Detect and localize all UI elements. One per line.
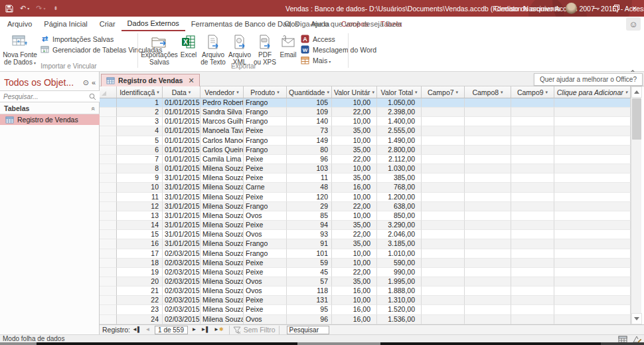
cell[interactable] (465, 98, 511, 108)
row-selector[interactable] (100, 146, 117, 155)
row-selector[interactable] (100, 230, 117, 239)
cell[interactable]: 1.536,00 (377, 315, 422, 324)
cell[interactable]: 35,00 (332, 277, 377, 287)
vertical-scrollbar[interactable] (631, 86, 641, 324)
column-dropdown-icon[interactable]: ▾ (546, 90, 548, 95)
cell[interactable] (554, 305, 631, 314)
cell[interactable] (511, 296, 554, 305)
cell[interactable]: Frango (244, 136, 287, 146)
column-header-campo8[interactable]: Campo8▾ (465, 86, 511, 98)
cell[interactable]: 6 (117, 146, 163, 155)
cell[interactable] (465, 305, 511, 314)
cell[interactable]: 02/03/2015 (163, 287, 201, 296)
cell[interactable]: Manoela Tavar (201, 126, 244, 136)
cell[interactable]: 57 (287, 277, 332, 287)
cell[interactable] (422, 146, 465, 155)
cell[interactable] (465, 315, 511, 324)
cell[interactable]: 31/01/2015 (163, 183, 201, 192)
cell[interactable]: 10,00 (332, 164, 377, 173)
cell[interactable]: Carlos Queiroz (201, 146, 244, 155)
cell[interactable]: Milena Souza (201, 287, 244, 296)
column-dropdown-icon[interactable]: ▾ (157, 90, 159, 95)
cell[interactable] (511, 146, 554, 155)
cell[interactable] (554, 183, 631, 192)
previous-record-button[interactable]: ◄ (145, 326, 151, 333)
cell[interactable] (554, 193, 631, 202)
cell[interactable] (554, 155, 631, 164)
cell[interactable]: 1.995,00 (377, 277, 422, 287)
cell[interactable] (511, 259, 554, 268)
cell[interactable]: 48 (287, 183, 332, 192)
cell[interactable]: 19 (117, 268, 163, 277)
select-all-cell[interactable] (100, 86, 117, 98)
cell[interactable]: 1.050,00 (377, 98, 422, 108)
cell[interactable]: Ovos (244, 287, 287, 296)
nav-pane-search[interactable]: Pesquisar... (0, 90, 100, 102)
cell[interactable]: 35,00 (332, 126, 377, 136)
cell[interactable] (422, 305, 465, 314)
cell[interactable] (422, 249, 465, 259)
cell[interactable]: 638,00 (377, 202, 422, 211)
user-avatar[interactable] (566, 3, 577, 14)
cell[interactable] (554, 108, 631, 117)
row-selector[interactable] (100, 296, 117, 305)
column-dropdown-icon[interactable]: ▾ (189, 90, 191, 95)
cell[interactable] (422, 221, 465, 230)
column-dropdown-icon[interactable]: ▾ (501, 90, 503, 95)
cell[interactable]: 80 (287, 146, 332, 155)
cell[interactable]: 85 (287, 211, 332, 221)
cell[interactable]: Milena Souza (201, 202, 244, 211)
cell[interactable]: Peixe (244, 296, 287, 305)
cell[interactable]: 93 (287, 230, 332, 239)
cell[interactable]: 16,00 (332, 315, 377, 324)
scrollbar-thumb[interactable] (632, 98, 641, 140)
cell[interactable] (465, 155, 511, 164)
cell[interactable]: 20 (117, 277, 163, 287)
cell[interactable]: Marcos Guilhe (201, 117, 244, 126)
cell[interactable] (511, 136, 554, 146)
cell[interactable] (422, 108, 465, 117)
cell[interactable] (465, 259, 511, 268)
column-dropdown-icon[interactable]: ▾ (372, 90, 375, 95)
cell[interactable]: 768,00 (377, 183, 422, 192)
cell[interactable]: Peixe (244, 164, 287, 173)
saved-imports-button[interactable]: ⇄ Importações Salvas (40, 34, 114, 44)
cell[interactable] (511, 221, 554, 230)
cell[interactable] (422, 211, 465, 221)
cell[interactable]: Frango (244, 249, 287, 259)
cell[interactable]: Peixe (244, 221, 287, 230)
cell[interactable]: 1.030,00 (377, 164, 422, 173)
cell[interactable] (465, 230, 511, 239)
row-selector[interactable] (100, 164, 117, 173)
close-tab-icon[interactable]: ✕ (188, 76, 194, 85)
row-selector[interactable] (100, 126, 117, 136)
cell[interactable]: 16,00 (332, 183, 377, 192)
cell[interactable]: Milena Souza (201, 183, 244, 192)
cell[interactable]: 31/01/2015 (163, 230, 201, 239)
design-view-icon[interactable] (633, 336, 641, 343)
cell[interactable] (554, 259, 631, 268)
cell[interactable] (554, 221, 631, 230)
cell[interactable] (511, 277, 554, 287)
cell[interactable] (554, 146, 631, 155)
cell[interactable]: Ovos (244, 315, 287, 324)
column-dropdown-icon[interactable]: ▾ (625, 90, 628, 95)
cell[interactable] (422, 126, 465, 136)
minimize-button[interactable] (586, 0, 605, 17)
feedback-smiley-button[interactable]: ☺ (626, 17, 641, 31)
cell[interactable]: 103 (287, 164, 332, 173)
tell-me-search[interactable]: Diga-me o que você deseja fazer (284, 17, 402, 31)
cell[interactable]: 02/03/2015 (163, 249, 201, 259)
cell[interactable]: 1.400,00 (377, 117, 422, 126)
cell[interactable]: 23 (117, 305, 163, 314)
cell[interactable] (554, 164, 631, 173)
cell[interactable]: Milena Souza (201, 193, 244, 202)
cell[interactable]: 101 (287, 249, 332, 259)
save-icon[interactable] (5, 5, 13, 13)
cell[interactable]: 31/01/2015 (163, 239, 201, 249)
undo-button[interactable]: ↶▾ (20, 4, 29, 13)
cell[interactable]: 02/03/2015 (163, 277, 201, 287)
cell[interactable]: 11 (117, 193, 163, 202)
cell[interactable] (511, 183, 554, 192)
row-selector[interactable] (100, 268, 117, 277)
